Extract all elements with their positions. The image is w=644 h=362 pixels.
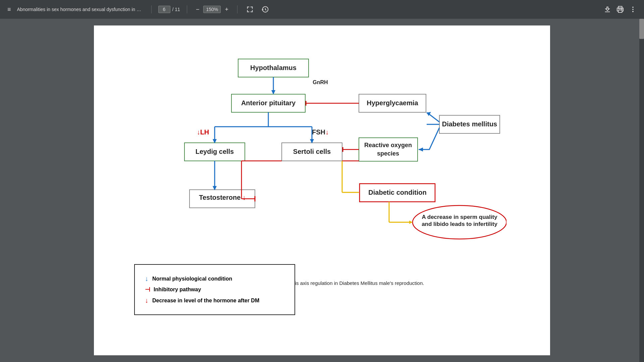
svg-text:GnRH: GnRH [313, 79, 328, 85]
toolbar: ≡ Abnormalities in sex hormones and sexu… [0, 0, 644, 19]
pdf-page: Hypothalamus GnRH Anterior pituitary Hyp… [94, 25, 550, 355]
legend-item-1: ↓ Normal physiological condition [145, 275, 284, 283]
diagram-svg: Hypothalamus GnRH Anterior pituitary Hyp… [138, 39, 506, 274]
print-button[interactable] [614, 4, 626, 14]
scrollbar[interactable] [639, 19, 644, 362]
svg-text:Diabetes mellitus: Diabetes mellitus [442, 120, 497, 128]
svg-text:Hyperglycaemia: Hyperglycaemia [367, 99, 418, 107]
zoom-in-icon: + [225, 6, 228, 13]
separator-2 [187, 5, 187, 13]
separator-3 [237, 5, 237, 13]
print-icon [616, 6, 624, 13]
svg-text:Sertoli cells: Sertoli cells [293, 148, 331, 155]
svg-rect-9 [619, 10, 622, 12]
svg-text:Anterior pituitary: Anterior pituitary [241, 99, 296, 107]
toolbar-right [602, 4, 639, 14]
document-title: Abnormalities in sex hormones and sexual… [17, 7, 145, 12]
svg-point-10 [622, 9, 623, 9]
fit-page-icon [246, 6, 254, 13]
svg-rect-1 [247, 7, 248, 9]
page-navigation: / 11 [158, 6, 180, 13]
zoom-controls: − + [194, 5, 230, 14]
legend-item-1-label: Normal physiological condition [152, 276, 232, 282]
legend-red-arrow-icon: ↓ [145, 297, 148, 304]
svg-text:species: species [377, 150, 399, 157]
zoom-out-button[interactable]: − [194, 5, 202, 14]
svg-text:FSH↓: FSH↓ [312, 128, 329, 136]
svg-point-13 [632, 11, 634, 12]
download-icon [604, 6, 611, 13]
zoom-in-button[interactable]: + [223, 5, 230, 14]
svg-text:and libido leads to infertilit: and libido leads to infertility [422, 221, 497, 227]
legend-item-3: ↓ Decrease in level of the hormone after… [145, 297, 284, 304]
menu-icon: ≡ [7, 6, 11, 13]
zoom-input[interactable] [203, 6, 221, 13]
page-total: / 11 [172, 7, 180, 12]
svg-point-12 [632, 9, 634, 10]
page-number-input[interactable] [158, 6, 170, 13]
more-icon [629, 6, 637, 13]
menu-button[interactable]: ≡ [5, 5, 13, 14]
history-icon [262, 6, 269, 13]
legend-inhibit-icon: ⊣ [145, 286, 150, 293]
svg-text:Leydig cells: Leydig cells [196, 148, 234, 155]
history-button[interactable] [260, 4, 271, 14]
more-button[interactable] [627, 4, 639, 14]
svg-text:↓LH: ↓LH [197, 128, 209, 136]
legend-box: ↓ Normal physiological condition ⊣ Inhib… [134, 264, 295, 315]
svg-point-11 [632, 7, 634, 8]
svg-rect-5 [247, 10, 248, 12]
svg-marker-53 [419, 147, 423, 152]
svg-rect-29 [359, 138, 418, 161]
svg-marker-65 [409, 221, 413, 224]
svg-text:A decrease in sperm quality: A decrease in sperm quality [422, 214, 497, 220]
download-button[interactable] [602, 4, 613, 14]
separator-1 [151, 5, 152, 13]
scrollbar-thumb[interactable] [639, 19, 644, 39]
svg-rect-7 [252, 10, 253, 12]
svg-text:Testosterone ↓: Testosterone ↓ [199, 194, 246, 201]
svg-text:Hypothalamus: Hypothalamus [250, 64, 297, 71]
svg-rect-3 [252, 7, 253, 9]
content-area[interactable]: Hypothalamus GnRH Anterior pituitary Hyp… [0, 19, 644, 362]
fit-page-button[interactable] [244, 4, 256, 14]
svg-text:Diabetic condition: Diabetic condition [368, 189, 426, 196]
legend-item-2-label: Inhibitory pathway [154, 287, 201, 293]
legend-blue-arrow-icon: ↓ [145, 275, 148, 283]
legend-item-2: ⊣ Inhibitory pathway [145, 286, 284, 293]
svg-text:Reactive oxygen: Reactive oxygen [364, 142, 412, 148]
legend-item-3-label: Decrease in level of the hormone after D… [152, 298, 259, 304]
zoom-out-icon: − [196, 6, 200, 13]
